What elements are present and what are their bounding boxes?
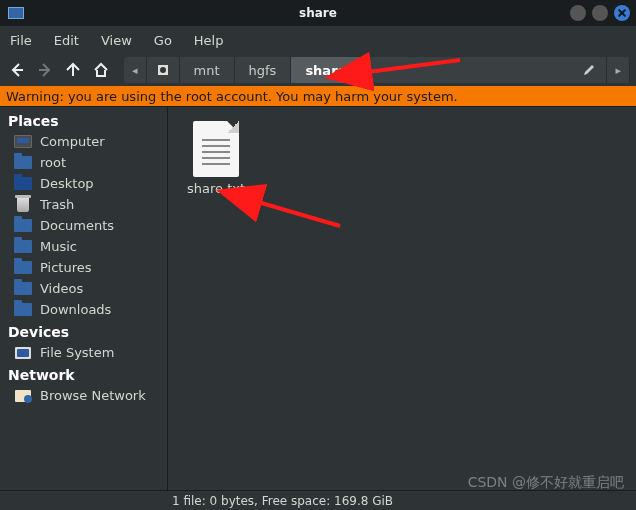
sidebar-item-videos[interactable]: Videos [0, 278, 167, 299]
folder-icon [14, 219, 32, 233]
file-pane[interactable]: share.txt [168, 107, 636, 490]
sidebar-header-devices: Devices [0, 320, 167, 342]
folder-icon [14, 261, 32, 275]
sidebar-item-browse-network[interactable]: Browse Network [0, 385, 167, 406]
titlebar: share [0, 0, 636, 26]
folder-dark-icon [14, 177, 32, 191]
minimize-button[interactable] [570, 5, 586, 21]
path-scroll-right-icon[interactable]: ▸ [607, 57, 630, 83]
sidebar-item-label: Pictures [40, 260, 91, 275]
sidebar-header-network: Network [0, 363, 167, 385]
app-folder-icon [8, 7, 24, 19]
path-scroll-left-icon[interactable]: ◂ [124, 57, 147, 83]
content-area: Places Computer root Desktop Trash Docum… [0, 106, 636, 490]
file-label: share.txt [187, 181, 245, 196]
monitor-icon [14, 135, 32, 149]
menu-file[interactable]: File [10, 33, 32, 48]
path-segment-mnt[interactable]: mnt [180, 57, 235, 83]
status-bar: 1 file: 0 bytes, Free space: 169.8 GiB [0, 490, 636, 510]
sidebar-item-label: root [40, 155, 66, 170]
folder-icon [14, 303, 32, 317]
window-title: share [299, 6, 337, 20]
toolbar: ◂ mnt hgfs share ▸ [0, 54, 636, 86]
sidebar-item-label: Music [40, 239, 77, 254]
svg-point-4 [160, 67, 166, 73]
sidebar-item-label: Computer [40, 134, 105, 149]
root-warning-bar: Warning: you are using the root account.… [0, 86, 636, 106]
text-file-icon [193, 121, 239, 177]
menu-go[interactable]: Go [154, 33, 172, 48]
nav-up-button[interactable] [62, 59, 84, 81]
file-item[interactable]: share.txt [178, 121, 254, 196]
sidebar-item-pictures[interactable]: Pictures [0, 257, 167, 278]
nav-back-button[interactable] [6, 59, 28, 81]
sidebar-item-label: Videos [40, 281, 83, 296]
sidebar-item-label: Trash [40, 197, 74, 212]
path-root-button[interactable] [147, 57, 180, 83]
sidebar-header-places: Places [0, 109, 167, 131]
sidebar-item-music[interactable]: Music [0, 236, 167, 257]
window-controls [570, 5, 630, 21]
sidebar-item-label: Documents [40, 218, 114, 233]
sidebar-item-label: Browse Network [40, 388, 146, 403]
nav-home-button[interactable] [90, 59, 112, 81]
sidebar-item-label: Desktop [40, 176, 94, 191]
sidebar-item-trash[interactable]: Trash [0, 194, 167, 215]
sidebar-item-filesystem[interactable]: File System [0, 342, 167, 363]
menu-help[interactable]: Help [194, 33, 224, 48]
close-button[interactable] [614, 5, 630, 21]
disk-icon [14, 346, 32, 360]
maximize-button[interactable] [592, 5, 608, 21]
path-bar: ◂ mnt hgfs share ▸ [124, 57, 630, 83]
sidebar-item-desktop[interactable]: Desktop [0, 173, 167, 194]
sidebar-item-root[interactable]: root [0, 152, 167, 173]
folder-icon [14, 282, 32, 296]
sidebar-item-documents[interactable]: Documents [0, 215, 167, 236]
sidebar-item-computer[interactable]: Computer [0, 131, 167, 152]
status-text: 1 file: 0 bytes, Free space: 169.8 GiB [172, 494, 393, 508]
path-segment-hgfs[interactable]: hgfs [235, 57, 292, 83]
sidebar-item-downloads[interactable]: Downloads [0, 299, 167, 320]
menu-edit[interactable]: Edit [54, 33, 79, 48]
nav-forward-button[interactable] [34, 59, 56, 81]
folder-icon [14, 240, 32, 254]
menubar: File Edit View Go Help [0, 26, 636, 54]
network-icon [14, 389, 32, 403]
path-segment-share[interactable]: share [291, 57, 361, 83]
edit-path-button[interactable] [572, 57, 607, 83]
trash-icon [14, 198, 32, 212]
sidebar-item-label: File System [40, 345, 114, 360]
sidebar-item-label: Downloads [40, 302, 111, 317]
folder-icon [14, 156, 32, 170]
menu-view[interactable]: View [101, 33, 132, 48]
root-warning-text: Warning: you are using the root account.… [6, 89, 458, 104]
sidebar: Places Computer root Desktop Trash Docum… [0, 107, 168, 490]
